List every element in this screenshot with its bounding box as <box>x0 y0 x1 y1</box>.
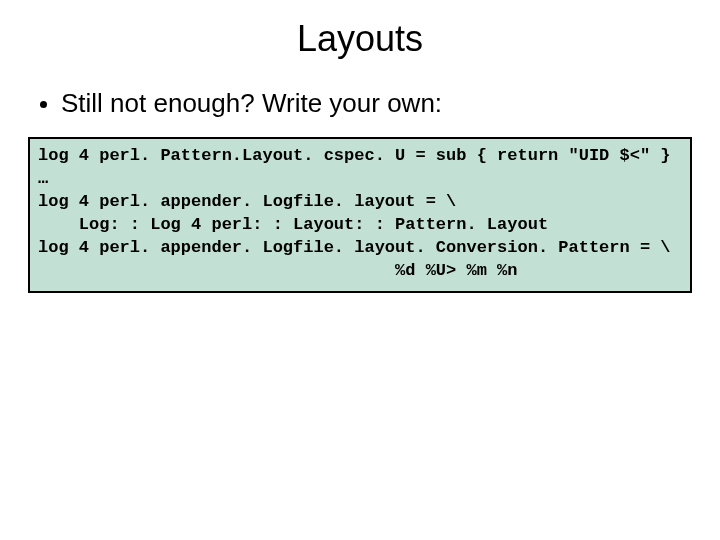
code-line: log 4 perl. appender. Logfile. layout = … <box>38 192 456 211</box>
bullet-text: Still not enough? Write your own: <box>61 88 442 119</box>
bullet-item: Still not enough? Write your own: <box>40 88 680 119</box>
code-line: Log: : Log 4 perl: : Layout: : Pattern. … <box>38 215 548 234</box>
code-line: log 4 perl. appender. Logfile. layout. C… <box>38 238 671 257</box>
code-line: %d %U> %m %n <box>38 261 517 280</box>
bullet-icon <box>40 101 47 108</box>
slide-title: Layouts <box>0 0 720 68</box>
code-line: log 4 perl. Pattern.Layout. cspec. U = s… <box>38 146 671 165</box>
code-line: … <box>38 169 48 188</box>
bullet-list: Still not enough? Write your own: <box>0 68 720 129</box>
slide: Layouts Still not enough? Write your own… <box>0 0 720 540</box>
code-block: log 4 perl. Pattern.Layout. cspec. U = s… <box>28 137 692 293</box>
